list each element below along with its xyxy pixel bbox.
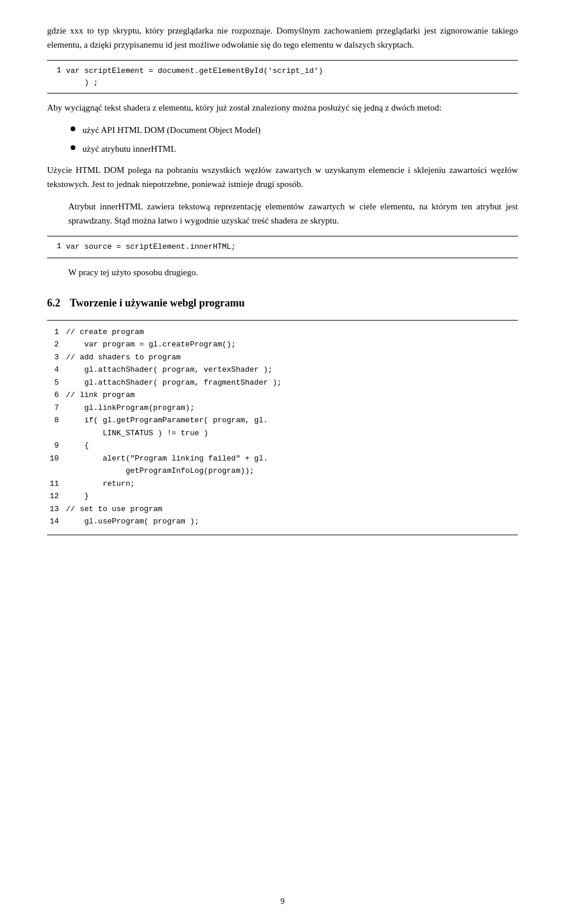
code-line-num-1: 1 <box>47 326 66 338</box>
code-line-number-2: 1 <box>47 241 66 251</box>
code-line-number-1: 1 <box>47 65 66 75</box>
code-line-row-5: 5 gl.attachShader( program, fragmentShad… <box>47 377 518 389</box>
code-line-num-3: 3 <box>47 352 66 363</box>
code-block-3: 1 // create program 2 var program = gl.c… <box>47 320 518 535</box>
code-line-text-12: } <box>66 491 89 502</box>
code-line-row-14: 14 gl.useProgram( program ); <box>47 516 518 528</box>
paragraph-3: Użycie HTML DOM polega na pobraniu wszys… <box>47 163 518 191</box>
code-line-text-4: gl.attachShader( program, vertexShader )… <box>66 364 272 376</box>
code-line-row-10b: getProgramInfoLog(program)); <box>47 465 518 477</box>
page: gdzie xxx to typ skryptu, który przegląd… <box>0 0 565 924</box>
code-line-num-4: 4 <box>47 364 66 376</box>
code-line-row-9: 9 { <box>47 440 518 452</box>
code-line-row-12: 12 } <box>47 491 518 502</box>
code-line-num-12: 12 <box>47 491 66 502</box>
code-line-row-10: 10 alert("Program linking failed" + gl. <box>47 453 518 465</box>
section-heading-6-2: 6.2Tworzenie i używanie webgl programu <box>47 296 518 311</box>
bullet-text-2: użyć atrybutu innerHTML <box>82 142 176 156</box>
code-line-row-1: 1 // create program <box>47 326 518 338</box>
paragraph-1: gdzie xxx to typ skryptu, który przegląd… <box>47 24 518 52</box>
code-line-text-11: return; <box>66 478 135 490</box>
code-line-text-9: { <box>66 440 89 452</box>
code-line-text-14: gl.useProgram( program ); <box>66 516 199 528</box>
bullet-dot-1 <box>71 126 75 131</box>
code-line-num-13: 13 <box>47 503 66 515</box>
code-line-num-11: 11 <box>47 478 66 490</box>
code-content-1: var scriptElement = document.getElementB… <box>66 65 323 88</box>
code-line-text-10: alert("Program linking failed" + gl. <box>66 453 268 465</box>
code-line-num-10: 10 <box>47 453 66 465</box>
bullet-list: użyć API HTML DOM (Document Object Model… <box>71 123 518 156</box>
code-line-text-8: if( gl.getProgramParameter( program, gl. <box>66 415 268 426</box>
bullet-dot-2 <box>71 145 75 150</box>
code-line-row-7: 7 gl.linkProgram(program); <box>47 402 518 414</box>
paragraph-2: Aby wyciągnąć tekst shadera z elementu, … <box>47 101 518 115</box>
code-line-num-14: 14 <box>47 516 66 528</box>
code-line-text-8b: LINK_STATUS ) != true ) <box>66 428 208 439</box>
code-line-text-10b: getProgramInfoLog(program)); <box>66 465 254 477</box>
code-line-text-1: // create program <box>66 326 144 338</box>
code-line-text-3: // add shaders to program <box>66 352 181 363</box>
code-line-num-8: 8 <box>47 415 66 426</box>
section-title: Tworzenie i używanie webgl programu <box>70 297 245 309</box>
code-line-text-7: gl.linkProgram(program); <box>66 402 194 414</box>
code-line-text-13: // set to use program <box>66 503 162 515</box>
code-line-row-8: 8 if( gl.getProgramParameter( program, g… <box>47 415 518 426</box>
code-line-num-9: 9 <box>47 440 66 452</box>
code-content-2: var source = scriptElement.innerHTML; <box>66 241 236 253</box>
code-line-num-5: 5 <box>47 377 66 389</box>
code-line-row-2: 2 var program = gl.createProgram(); <box>47 339 518 351</box>
code-line-text-6: // link program <box>66 389 135 401</box>
code-line-row-8b: LINK_STATUS ) != true ) <box>47 428 518 439</box>
paragraph-4: Atrybut innerHTML zawiera tekstową repre… <box>68 199 518 228</box>
code-line-row-11: 11 return; <box>47 478 518 490</box>
code-line-text-5: gl.attachShader( program, fragmentShader… <box>66 377 282 389</box>
bullet-text-1: użyć API HTML DOM (Document Object Model… <box>82 123 261 137</box>
section-number: 6.2 <box>47 297 61 309</box>
code-block-1: 1 var scriptElement = document.getElemen… <box>47 60 518 94</box>
page-number: 9 <box>281 897 285 906</box>
bullet-item-2: użyć atrybutu innerHTML <box>71 142 518 156</box>
code-line-num-2: 2 <box>47 339 66 351</box>
code-line-row-6: 6 // link program <box>47 389 518 401</box>
code-line-num-6: 6 <box>47 389 66 401</box>
code-block-2: 1 var source = scriptElement.innerHTML; <box>47 236 518 258</box>
code-line-row-4: 4 gl.attachShader( program, vertexShader… <box>47 364 518 376</box>
code-line-num-7: 7 <box>47 402 66 414</box>
bullet-item-1: użyć API HTML DOM (Document Object Model… <box>71 123 518 137</box>
code-line-text-2: var program = gl.createProgram(); <box>66 339 236 351</box>
paragraph-5: W pracy tej użyto sposobu drugiego. <box>68 265 518 279</box>
code-line-row-3: 3 // add shaders to program <box>47 352 518 363</box>
code-line-row-13: 13 // set to use program <box>47 503 518 515</box>
